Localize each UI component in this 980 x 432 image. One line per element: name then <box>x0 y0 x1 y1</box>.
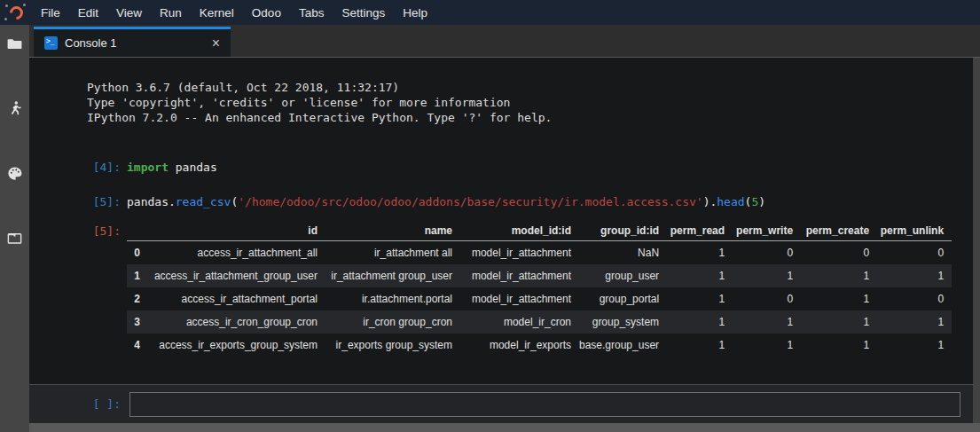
open-tabs-icon[interactable] <box>0 230 29 295</box>
df-cell: 0 <box>733 241 801 265</box>
menu-edit[interactable]: Edit <box>69 6 107 20</box>
code-token: ). <box>703 195 717 208</box>
menubar: FileEditViewRunKernelOdooTabsSettingsHel… <box>0 0 980 25</box>
df-cell: 0 <box>801 241 877 265</box>
df-cell: 1 <box>877 264 952 287</box>
code-token: '/home/odoo/src/odoo/odoo/addons/base/se… <box>238 195 702 208</box>
df-cell: 1 <box>667 310 733 334</box>
df-cell: 1 <box>801 287 877 310</box>
df-index-cell: 0 <box>127 241 148 265</box>
df-cell: model_ir_attachment <box>460 264 579 287</box>
df-cell: ir.attachment.portal <box>325 287 460 310</box>
df-cell: 1 <box>877 310 952 334</box>
code-line: import pandas <box>127 160 217 175</box>
df-cell: 1 <box>801 264 877 287</box>
df-cell: model_ir_exports <box>460 334 579 357</box>
code-line: pandas.read_csv('/home/odoo/src/odoo/odo… <box>127 194 765 209</box>
menu-settings[interactable]: Settings <box>333 6 394 20</box>
df-cell: group_user <box>579 264 667 287</box>
dataframe-table: idnamemodel_id:idgroup_id:idperm_readper… <box>127 221 952 357</box>
df-cell: 1 <box>733 334 801 357</box>
df-header-cell: perm_write <box>733 221 801 241</box>
scrollbar-gutter <box>973 58 980 423</box>
file-browser-icon[interactable] <box>0 35 29 100</box>
menubar-items: FileEditViewRunKernelOdooTabsSettingsHel… <box>32 6 436 20</box>
console-panel: Python 3.6.7 (default, Oct 22 2018, 11:3… <box>29 58 980 432</box>
menu-kernel[interactable]: Kernel <box>191 6 243 20</box>
df-index-cell: 4 <box>127 334 148 357</box>
menu-tabs[interactable]: Tabs <box>290 6 333 20</box>
input-prompt: [ ]: <box>29 397 121 411</box>
df-cell: access_ir_attachment_portal <box>148 287 325 310</box>
table-row: 0access_ir_attachment_allir_attachment a… <box>127 241 952 265</box>
console-input-area: [ ]: <box>29 384 980 423</box>
running-sessions-icon[interactable] <box>0 100 29 165</box>
df-cell: 1 <box>667 264 733 287</box>
banner-line: IPython 7.2.0 -- An enhanced Interactive… <box>87 110 953 125</box>
df-cell: ir_exports group_system <box>325 334 460 357</box>
code-token: pandas. <box>127 195 176 208</box>
df-header-cell: perm_create <box>801 221 877 241</box>
df-cell: ir_attachment all <box>325 241 460 265</box>
df-cell: 1 <box>801 334 877 357</box>
menu-help[interactable]: Help <box>394 6 436 20</box>
table-row: 1access_ir_attachment_group_userir_attac… <box>127 264 952 287</box>
df-cell: access_ir_cron_group_cron <box>148 310 325 334</box>
df-cell: group_portal <box>579 287 667 310</box>
menu-run[interactable]: Run <box>151 6 191 20</box>
menu-odoo[interactable]: Odoo <box>243 6 290 20</box>
palette-icon[interactable] <box>0 165 29 230</box>
df-cell: group_system <box>579 310 667 334</box>
banner-line: Type 'copyright', 'credits' or 'license'… <box>87 95 953 110</box>
console-cells: Python 3.6.7 (default, Oct 22 2018, 11:3… <box>29 58 980 384</box>
df-cell: 1 <box>667 287 733 310</box>
df-cell: model_ir_attachment <box>460 287 579 310</box>
tab-title: Console 1 <box>65 36 210 50</box>
df-cell: 0 <box>877 287 952 310</box>
console-input[interactable] <box>129 392 960 417</box>
df-header-cell: name <box>325 221 460 241</box>
table-row: 3access_ir_cron_group_cronir_cron group_… <box>127 310 952 334</box>
code-token: import <box>127 161 169 174</box>
df-cell: 1 <box>667 241 733 265</box>
code-token: pandas <box>169 161 217 174</box>
code-token: head <box>717 195 744 208</box>
df-cell: 1 <box>877 334 952 357</box>
df-header-cell: id <box>148 221 325 241</box>
tab-close-icon[interactable]: × <box>210 37 222 50</box>
output-cell: [5]: idnamemodel_id:idgroup_id:idperm_re… <box>29 221 953 357</box>
df-cell: ir_attachment group_user <box>325 264 460 287</box>
banner-line: Python 3.6.7 (default, Oct 22 2018, 11:3… <box>87 80 953 95</box>
df-cell: access_ir_attachment_group_user <box>148 264 325 287</box>
df-cell: 1 <box>667 334 733 357</box>
df-cell: access_ir_attachment_all <box>148 241 325 265</box>
code-cells: [4]:import pandas[5]:pandas.read_csv('/h… <box>29 160 953 209</box>
df-header-row: idnamemodel_id:idgroup_id:idperm_readper… <box>127 221 952 241</box>
df-header-cell <box>127 221 148 241</box>
df-header-cell: perm_unlink <box>877 221 952 241</box>
code-cell: [4]:import pandas <box>29 160 953 175</box>
left-sidebar <box>0 25 29 432</box>
menu-view[interactable]: View <box>107 6 151 20</box>
bottom-strip <box>29 423 980 432</box>
tab-bar: >_ Console 1 × <box>29 25 980 58</box>
df-body: 0access_ir_attachment_allir_attachment a… <box>127 241 952 357</box>
df-index-cell: 3 <box>127 310 148 334</box>
input-prompt-label: [5]: <box>29 194 121 209</box>
df-index-cell: 1 <box>127 264 148 287</box>
code-token: ) <box>758 195 765 208</box>
df-cell: 0 <box>877 241 952 265</box>
input-prompt-label: [4]: <box>29 160 121 175</box>
df-cell: 1 <box>733 264 801 287</box>
console-icon: >_ <box>44 36 58 50</box>
df-cell: 1 <box>733 310 801 334</box>
code-cell: [5]:pandas.read_csv('/home/odoo/src/odoo… <box>29 194 953 209</box>
kernel-banner: Python 3.6.7 (default, Oct 22 2018, 11:3… <box>87 80 953 125</box>
df-cell: model_ir_attachment <box>460 241 579 265</box>
output-prompt: [5]: <box>29 221 121 238</box>
menu-file[interactable]: File <box>32 6 69 20</box>
df-cell: access_ir_exports_group_system <box>148 334 325 357</box>
table-row: 4access_ir_exports_group_systemir_export… <box>127 334 952 357</box>
df-cell: base.group_user <box>579 334 667 357</box>
tab-console-1[interactable]: >_ Console 1 × <box>34 27 231 57</box>
